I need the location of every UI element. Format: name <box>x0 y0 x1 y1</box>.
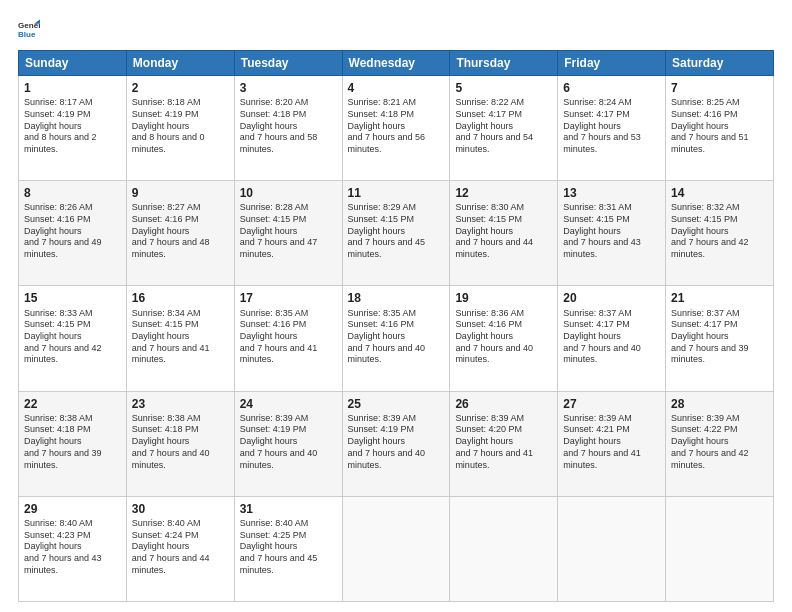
week-row-4: 22Sunrise: 8:38 AMSunset: 4:18 PMDayligh… <box>19 391 774 496</box>
weekday-header-monday: Monday <box>126 51 234 76</box>
day-number: 2 <box>132 80 229 96</box>
day-number: 28 <box>671 396 768 412</box>
calendar-cell: 18Sunrise: 8:35 AMSunset: 4:16 PMDayligh… <box>342 286 450 391</box>
calendar-cell: 25Sunrise: 8:39 AMSunset: 4:19 PMDayligh… <box>342 391 450 496</box>
calendar-cell: 29Sunrise: 8:40 AMSunset: 4:23 PMDayligh… <box>19 496 127 601</box>
calendar-cell: 11Sunrise: 8:29 AMSunset: 4:15 PMDayligh… <box>342 181 450 286</box>
cell-content: Sunrise: 8:30 AMSunset: 4:15 PMDaylight … <box>455 202 552 260</box>
cell-content: Sunrise: 8:22 AMSunset: 4:17 PMDaylight … <box>455 97 552 155</box>
day-number: 20 <box>563 290 660 306</box>
calendar-cell: 16Sunrise: 8:34 AMSunset: 4:15 PMDayligh… <box>126 286 234 391</box>
logo-icon: General Blue <box>18 18 40 40</box>
cell-content: Sunrise: 8:40 AMSunset: 4:25 PMDaylight … <box>240 518 337 576</box>
calendar-cell: 5Sunrise: 8:22 AMSunset: 4:17 PMDaylight… <box>450 76 558 181</box>
cell-content: Sunrise: 8:37 AMSunset: 4:17 PMDaylight … <box>671 308 768 366</box>
cell-content: Sunrise: 8:38 AMSunset: 4:18 PMDaylight … <box>132 413 229 471</box>
cell-content: Sunrise: 8:31 AMSunset: 4:15 PMDaylight … <box>563 202 660 260</box>
cell-content: Sunrise: 8:39 AMSunset: 4:20 PMDaylight … <box>455 413 552 471</box>
calendar-cell: 21Sunrise: 8:37 AMSunset: 4:17 PMDayligh… <box>666 286 774 391</box>
day-number: 6 <box>563 80 660 96</box>
weekday-header-row: SundayMondayTuesdayWednesdayThursdayFrid… <box>19 51 774 76</box>
calendar-cell: 27Sunrise: 8:39 AMSunset: 4:21 PMDayligh… <box>558 391 666 496</box>
calendar-cell <box>558 496 666 601</box>
calendar-cell <box>342 496 450 601</box>
day-number: 15 <box>24 290 121 306</box>
cell-content: Sunrise: 8:37 AMSunset: 4:17 PMDaylight … <box>563 308 660 366</box>
calendar-cell: 26Sunrise: 8:39 AMSunset: 4:20 PMDayligh… <box>450 391 558 496</box>
day-number: 4 <box>348 80 445 96</box>
calendar-cell: 6Sunrise: 8:24 AMSunset: 4:17 PMDaylight… <box>558 76 666 181</box>
calendar-cell: 9Sunrise: 8:27 AMSunset: 4:16 PMDaylight… <box>126 181 234 286</box>
cell-content: Sunrise: 8:26 AMSunset: 4:16 PMDaylight … <box>24 202 121 260</box>
day-number: 1 <box>24 80 121 96</box>
calendar-cell: 3Sunrise: 8:20 AMSunset: 4:18 PMDaylight… <box>234 76 342 181</box>
day-number: 18 <box>348 290 445 306</box>
cell-content: Sunrise: 8:35 AMSunset: 4:16 PMDaylight … <box>348 308 445 366</box>
day-number: 17 <box>240 290 337 306</box>
cell-content: Sunrise: 8:17 AMSunset: 4:19 PMDaylight … <box>24 97 121 155</box>
calendar-cell: 19Sunrise: 8:36 AMSunset: 4:16 PMDayligh… <box>450 286 558 391</box>
cell-content: Sunrise: 8:39 AMSunset: 4:22 PMDaylight … <box>671 413 768 471</box>
cell-content: Sunrise: 8:25 AMSunset: 4:16 PMDaylight … <box>671 97 768 155</box>
cell-content: Sunrise: 8:29 AMSunset: 4:15 PMDaylight … <box>348 202 445 260</box>
day-number: 30 <box>132 501 229 517</box>
day-number: 14 <box>671 185 768 201</box>
cell-content: Sunrise: 8:39 AMSunset: 4:19 PMDaylight … <box>240 413 337 471</box>
day-number: 13 <box>563 185 660 201</box>
page: General Blue SundayMondayTuesdayWednesda… <box>0 0 792 612</box>
cell-content: Sunrise: 8:39 AMSunset: 4:19 PMDaylight … <box>348 413 445 471</box>
cell-content: Sunrise: 8:20 AMSunset: 4:18 PMDaylight … <box>240 97 337 155</box>
weekday-header-friday: Friday <box>558 51 666 76</box>
header: General Blue <box>18 18 774 40</box>
calendar-cell: 22Sunrise: 8:38 AMSunset: 4:18 PMDayligh… <box>19 391 127 496</box>
calendar-cell: 2Sunrise: 8:18 AMSunset: 4:19 PMDaylight… <box>126 76 234 181</box>
week-row-3: 15Sunrise: 8:33 AMSunset: 4:15 PMDayligh… <box>19 286 774 391</box>
day-number: 19 <box>455 290 552 306</box>
day-number: 10 <box>240 185 337 201</box>
calendar-cell: 13Sunrise: 8:31 AMSunset: 4:15 PMDayligh… <box>558 181 666 286</box>
cell-content: Sunrise: 8:18 AMSunset: 4:19 PMDaylight … <box>132 97 229 155</box>
week-row-5: 29Sunrise: 8:40 AMSunset: 4:23 PMDayligh… <box>19 496 774 601</box>
day-number: 21 <box>671 290 768 306</box>
day-number: 27 <box>563 396 660 412</box>
week-row-2: 8Sunrise: 8:26 AMSunset: 4:16 PMDaylight… <box>19 181 774 286</box>
day-number: 24 <box>240 396 337 412</box>
cell-content: Sunrise: 8:28 AMSunset: 4:15 PMDaylight … <box>240 202 337 260</box>
cell-content: Sunrise: 8:33 AMSunset: 4:15 PMDaylight … <box>24 308 121 366</box>
cell-content: Sunrise: 8:34 AMSunset: 4:15 PMDaylight … <box>132 308 229 366</box>
calendar-cell: 12Sunrise: 8:30 AMSunset: 4:15 PMDayligh… <box>450 181 558 286</box>
day-number: 23 <box>132 396 229 412</box>
day-number: 7 <box>671 80 768 96</box>
calendar-cell: 23Sunrise: 8:38 AMSunset: 4:18 PMDayligh… <box>126 391 234 496</box>
cell-content: Sunrise: 8:27 AMSunset: 4:16 PMDaylight … <box>132 202 229 260</box>
weekday-header-saturday: Saturday <box>666 51 774 76</box>
calendar-cell: 24Sunrise: 8:39 AMSunset: 4:19 PMDayligh… <box>234 391 342 496</box>
weekday-header-thursday: Thursday <box>450 51 558 76</box>
calendar-cell: 1Sunrise: 8:17 AMSunset: 4:19 PMDaylight… <box>19 76 127 181</box>
day-number: 16 <box>132 290 229 306</box>
svg-text:Blue: Blue <box>18 30 36 39</box>
calendar-cell <box>450 496 558 601</box>
week-row-1: 1Sunrise: 8:17 AMSunset: 4:19 PMDaylight… <box>19 76 774 181</box>
calendar-cell: 10Sunrise: 8:28 AMSunset: 4:15 PMDayligh… <box>234 181 342 286</box>
day-number: 11 <box>348 185 445 201</box>
day-number: 3 <box>240 80 337 96</box>
day-number: 9 <box>132 185 229 201</box>
weekday-header-sunday: Sunday <box>19 51 127 76</box>
cell-content: Sunrise: 8:35 AMSunset: 4:16 PMDaylight … <box>240 308 337 366</box>
cell-content: Sunrise: 8:36 AMSunset: 4:16 PMDaylight … <box>455 308 552 366</box>
calendar-cell <box>666 496 774 601</box>
calendar-cell: 31Sunrise: 8:40 AMSunset: 4:25 PMDayligh… <box>234 496 342 601</box>
calendar-cell: 8Sunrise: 8:26 AMSunset: 4:16 PMDaylight… <box>19 181 127 286</box>
calendar-cell: 4Sunrise: 8:21 AMSunset: 4:18 PMDaylight… <box>342 76 450 181</box>
day-number: 8 <box>24 185 121 201</box>
calendar-cell: 28Sunrise: 8:39 AMSunset: 4:22 PMDayligh… <box>666 391 774 496</box>
cell-content: Sunrise: 8:24 AMSunset: 4:17 PMDaylight … <box>563 97 660 155</box>
cell-content: Sunrise: 8:40 AMSunset: 4:24 PMDaylight … <box>132 518 229 576</box>
day-number: 25 <box>348 396 445 412</box>
cell-content: Sunrise: 8:40 AMSunset: 4:23 PMDaylight … <box>24 518 121 576</box>
cell-content: Sunrise: 8:38 AMSunset: 4:18 PMDaylight … <box>24 413 121 471</box>
weekday-header-wednesday: Wednesday <box>342 51 450 76</box>
calendar-cell: 14Sunrise: 8:32 AMSunset: 4:15 PMDayligh… <box>666 181 774 286</box>
day-number: 31 <box>240 501 337 517</box>
